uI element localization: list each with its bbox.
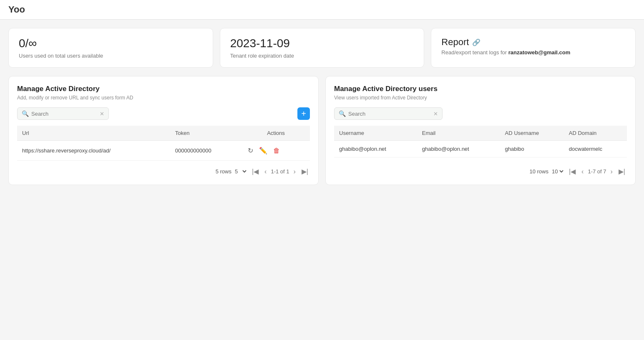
ad-row-actions: ↻ ✏️ 🗑 xyxy=(242,141,310,161)
ad-users-row-email: ghabibo@oplon.net xyxy=(417,141,500,157)
ad-users-search-icon: 🔍 xyxy=(339,110,346,117)
ad-users-row-ad-username: ghabibo xyxy=(500,141,564,157)
ad-users-search-row: 🔍 ✕ xyxy=(334,107,627,120)
ad-table: Url Token Actions https://sshare.reverse… xyxy=(17,126,310,161)
ad-users-search-box: 🔍 ✕ xyxy=(334,107,443,120)
ad-users-rows-select[interactable]: 10 rows 10 5 25 xyxy=(529,168,565,175)
ad-row-token: 000000000000 xyxy=(170,141,242,161)
ad-users-panel-subtitle: View users imported from Active Director… xyxy=(334,95,627,101)
ad-last-page-button[interactable]: ▶| xyxy=(300,167,310,176)
stat-value-users: 0/∞ xyxy=(19,37,203,50)
ad-users-search-clear-icon[interactable]: ✕ xyxy=(433,111,438,117)
table-row: ghabibo@oplon.net ghabibo@oplon.net ghab… xyxy=(334,141,627,157)
ad-table-container: Url Token Actions https://sshare.reverse… xyxy=(17,126,310,161)
ad-search-row: 🔍 ✕ + xyxy=(17,107,310,120)
ad-add-button[interactable]: + xyxy=(297,107,310,120)
ad-first-page-button[interactable]: |◀ xyxy=(250,167,260,176)
top-bar: Yoo xyxy=(0,0,644,20)
ad-users-col-username: Username xyxy=(334,126,417,141)
stat-value-expiry: 2023-11-09 xyxy=(230,37,414,50)
ad-col-actions: Actions xyxy=(242,126,310,141)
ad-col-token: Token xyxy=(170,126,242,141)
report-title: Report 🔗 xyxy=(441,37,625,48)
ad-users-page-info: 1-7 of 7 xyxy=(588,168,606,175)
ad-users-rows-label: 10 rows xyxy=(529,168,548,175)
delete-button[interactable]: 🗑 xyxy=(272,146,281,155)
ad-users-col-ad-username: AD Username xyxy=(500,126,564,141)
ad-users-pagination: 10 rows 10 5 25 |◀ ‹ 1-7 of 7 › ▶| xyxy=(334,167,627,176)
report-desc: Read/export tenant logs for ranzatoweb@g… xyxy=(441,49,625,56)
stats-row: 0/∞ Users used on total users available … xyxy=(8,28,636,68)
ad-next-page-button[interactable]: › xyxy=(292,167,297,176)
stat-label-users: Users used on total users available xyxy=(19,53,203,59)
panels-row: Manage Active Directory Add, modify or r… xyxy=(8,76,636,185)
ad-rows-label: 5 rows xyxy=(216,168,231,175)
ad-search-input[interactable] xyxy=(31,111,97,117)
ad-row-url: https://sshare.reverseproxy.cloud/ad/ xyxy=(17,141,170,161)
ad-prev-page-button[interactable]: ‹ xyxy=(263,167,268,176)
ad-col-url: Url xyxy=(17,126,170,141)
ad-table-header: Url Token Actions xyxy=(17,126,310,141)
ad-panel-subtitle: Add, modify or remove URL and sync users… xyxy=(17,95,310,101)
ad-users-panel: Manage Active Directory users View users… xyxy=(325,76,636,185)
ad-users-last-page-button[interactable]: ▶| xyxy=(617,167,627,176)
logo: Yoo xyxy=(8,4,25,15)
ad-users-col-ad-domain: AD Domain xyxy=(564,126,627,141)
ad-users-table: Username Email AD Username AD Domain gha… xyxy=(334,126,627,157)
stat-card-report: Report 🔗 Read/export tenant logs for ran… xyxy=(431,28,636,68)
ad-search-icon: 🔍 xyxy=(22,110,29,117)
ad-users-rows-select-dropdown[interactable]: 10 5 25 xyxy=(550,168,565,175)
ad-search-box: 🔍 ✕ xyxy=(17,107,109,120)
ad-users-table-header: Username Email AD Username AD Domain xyxy=(334,126,627,141)
ad-users-col-email: Email xyxy=(417,126,500,141)
ad-panel: Manage Active Directory Add, modify or r… xyxy=(8,76,319,185)
ad-search-clear-icon[interactable]: ✕ xyxy=(100,111,104,117)
ad-users-prev-page-button[interactable]: ‹ xyxy=(580,167,585,176)
ad-rows-select[interactable]: 5 rows 5 10 25 xyxy=(216,168,248,175)
stat-card-users: 0/∞ Users used on total users available xyxy=(8,28,213,68)
ad-users-panel-title: Manage Active Directory users xyxy=(334,85,627,93)
ad-users-next-page-button[interactable]: › xyxy=(609,167,614,176)
report-email: ranzatoweb@gmail.com xyxy=(508,49,570,56)
edit-button[interactable]: ✏️ xyxy=(258,146,268,155)
report-link-icon: 🔗 xyxy=(472,38,480,46)
main-content: 0/∞ Users used on total users available … xyxy=(0,20,644,193)
ad-page-info: 1-1 of 1 xyxy=(271,168,289,175)
stat-card-expiry: 2023-11-09 Tenant role expiration date xyxy=(220,28,425,68)
ad-users-row-username: ghabibo@oplon.net xyxy=(334,141,417,157)
ad-panel-title: Manage Active Directory xyxy=(17,85,310,93)
ad-users-search-input[interactable] xyxy=(348,111,431,117)
ad-users-first-page-button[interactable]: |◀ xyxy=(567,167,577,176)
ad-users-table-container: Username Email AD Username AD Domain gha… xyxy=(334,126,627,161)
ad-rows-select-dropdown[interactable]: 5 10 25 xyxy=(233,168,248,175)
ad-actions-cell: ↻ ✏️ 🗑 xyxy=(247,146,305,155)
table-row: https://sshare.reverseproxy.cloud/ad/ 00… xyxy=(17,141,310,161)
ad-users-row-ad-domain: docwatermelc xyxy=(564,141,627,157)
sync-button[interactable]: ↻ xyxy=(247,146,254,155)
ad-pagination: 5 rows 5 10 25 |◀ ‹ 1-1 of 1 › ▶| xyxy=(17,167,310,176)
stat-label-expiry: Tenant role expiration date xyxy=(230,53,414,59)
